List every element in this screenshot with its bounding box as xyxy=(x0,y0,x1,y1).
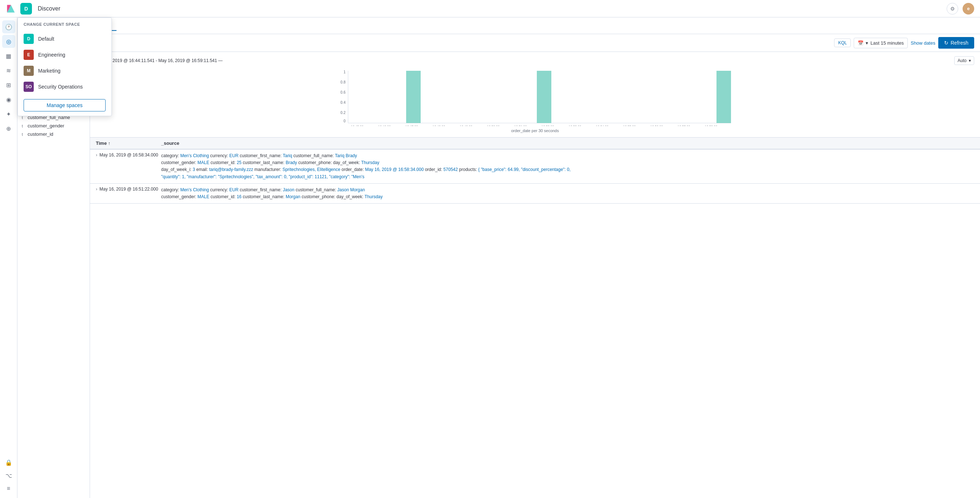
space-item-marketing[interactable]: M Marketing xyxy=(18,63,111,79)
sidebar: 🕐 ◎ ▦ ≋ ⊞ ◉ ✦ ⊕ 🔒 ⌥ ≡ xyxy=(0,18,18,498)
sort-icon: ↑ xyxy=(108,140,111,146)
row-time-1: › May 16, 2019 @ 16:58:34.000 xyxy=(96,153,161,158)
col-source: _source xyxy=(161,140,974,146)
row-source-2: category: Men's Clothing currency: EUR c… xyxy=(161,186,974,200)
sidebar-icon-discover[interactable]: ◎ xyxy=(2,35,15,48)
space-avatar-security: SO xyxy=(24,82,34,92)
chart-time-range: May 16, 2019 @ 16:44:11.541 - May 16, 20… xyxy=(96,58,223,63)
field-name-cg: customer_gender xyxy=(28,123,64,129)
svg-text:16:54:00: 16:54:00 xyxy=(596,125,608,126)
svg-text:16:52:00: 16:52:00 xyxy=(541,125,554,126)
space-item-default[interactable]: D Default xyxy=(18,31,111,47)
avatar[interactable]: e xyxy=(963,3,974,14)
bar-1647 xyxy=(406,71,421,123)
chart-header: May 16, 2019 @ 16:44:11.541 - May 16, 20… xyxy=(96,56,974,65)
results-table: Time ↑ _source › May 16, 2019 @ 16:58:34… xyxy=(90,138,980,498)
body-area: t _id t _index # _score t _type t cate xyxy=(18,52,980,498)
svg-text:16:49:00: 16:49:00 xyxy=(460,125,472,126)
refresh-button[interactable]: ↻ Refresh xyxy=(938,37,974,49)
svg-text:16:50:00: 16:50:00 xyxy=(487,125,500,126)
space-name-security: Security Operations xyxy=(38,84,83,90)
svg-text:16:47:00: 16:47:00 xyxy=(405,125,418,126)
svg-text:1: 1 xyxy=(344,70,345,74)
expand-row-2[interactable]: › xyxy=(96,186,97,192)
svg-text:16:57:00: 16:57:00 xyxy=(677,125,690,126)
space-item-security[interactable]: SO Security Operations xyxy=(18,79,111,95)
svg-text:16:51:00: 16:51:00 xyxy=(514,125,527,126)
sidebar-icon-maps[interactable]: ◉ xyxy=(2,93,15,106)
refresh-label: Refresh xyxy=(951,40,968,46)
kql-button[interactable]: KQL xyxy=(834,38,851,47)
space-dropdown: CHANGE CURRENT SPACE D Default E Enginee… xyxy=(18,18,112,116)
field-type-cg: t xyxy=(22,124,25,128)
table-header: Time ↑ _source xyxy=(90,138,980,150)
row-time-2: › May 16, 2019 @ 16:51:22.000 xyxy=(96,186,161,192)
space-avatar-default: D xyxy=(24,34,34,44)
space-name-default: Default xyxy=(38,36,54,42)
bar-1658 xyxy=(716,71,731,123)
svg-text:16:56:00: 16:56:00 xyxy=(650,125,663,126)
space-badge[interactable]: D xyxy=(20,3,32,14)
svg-text:16:55:00: 16:55:00 xyxy=(623,125,636,126)
chart-x-label: order_date per 30 seconds xyxy=(96,129,974,133)
space-avatar-marketing: M xyxy=(24,66,34,76)
sidebar-icon-integrations[interactable]: ⊕ xyxy=(2,122,15,135)
field-name-ci: customer_id xyxy=(28,131,53,137)
manage-spaces-button[interactable]: Manage spaces xyxy=(24,99,106,111)
main-content: New Open Save Inspect KQL 📅 ▾ Last 15 mi… xyxy=(18,18,980,498)
dropdown-title: CHANGE CURRENT SPACE xyxy=(18,22,111,31)
svg-text:16:48:00: 16:48:00 xyxy=(432,125,445,126)
svg-text:0.6: 0.6 xyxy=(340,91,345,94)
space-item-engineering[interactable]: E Engineering xyxy=(18,47,111,63)
date-picker[interactable]: 📅 ▾ Last 15 minutes xyxy=(854,38,908,48)
bar-1651 xyxy=(537,71,551,123)
chart-wrapper: ‹ 1 0.8 0.6 0.4 0.2 0 xyxy=(96,68,974,127)
chart-container: May 16, 2019 @ 16:44:11.541 - May 16, 20… xyxy=(90,52,980,138)
discover-header: New Open Save Inspect xyxy=(18,18,980,34)
page-title: Discover xyxy=(38,5,60,12)
svg-text:0.2: 0.2 xyxy=(340,111,345,115)
field-type-ci: t xyxy=(22,132,25,137)
svg-text:0: 0 xyxy=(344,119,345,123)
col-time: Time ↑ xyxy=(96,140,161,146)
sidebar-icon-clock[interactable]: 🕐 xyxy=(2,20,15,33)
space-name-marketing: Marketing xyxy=(38,68,60,74)
field-customer-gender[interactable]: t customer_gender xyxy=(18,122,90,130)
sidebar-icon-stack[interactable]: ≡ xyxy=(2,482,15,495)
show-dates-button[interactable]: Show dates xyxy=(911,40,935,46)
sidebar-icon-reports[interactable]: ⊞ xyxy=(2,78,15,91)
date-range-label: Last 15 minutes xyxy=(870,40,904,46)
space-name-engineering: Engineering xyxy=(38,52,65,58)
app-layout: 🕐 ◎ ▦ ≋ ⊞ ◉ ✦ ⊕ 🔒 ⌥ ≡ New Open Save Insp… xyxy=(0,18,980,498)
refresh-icon: ↻ xyxy=(944,40,948,46)
table-row: › May 16, 2019 @ 16:58:34.000 category: … xyxy=(90,150,980,184)
sidebar-icon-ml[interactable]: ✦ xyxy=(2,107,15,121)
fields-panel: t _id t _index # _score t _type t cate xyxy=(18,52,90,498)
chevron-icon: ▾ xyxy=(865,40,868,46)
expand-row-1[interactable]: › xyxy=(96,153,97,158)
chart-auto-select[interactable]: Auto ▾ xyxy=(954,56,974,65)
calendar-icon: 📅 xyxy=(858,40,864,46)
sidebar-icon-visualize[interactable]: ≋ xyxy=(2,64,15,77)
svg-text:16:58:00: 16:58:00 xyxy=(705,125,717,126)
top-nav: D Discover ⚙ e xyxy=(0,0,980,18)
chevron-down-icon: ▾ xyxy=(969,58,971,63)
settings-icon[interactable]: ⚙ xyxy=(947,3,958,14)
sidebar-icon-dev-tools[interactable]: ⌥ xyxy=(2,469,15,482)
table-row: › May 16, 2019 @ 16:51:22.000 category: … xyxy=(90,184,980,204)
svg-text:16:45:00: 16:45:00 xyxy=(351,125,363,126)
field-customer-id[interactable]: t customer_id xyxy=(18,130,90,138)
sidebar-icon-security[interactable]: 🔒 xyxy=(2,456,15,469)
svg-text:16:46:00: 16:46:00 xyxy=(378,125,391,126)
svg-text:0.8: 0.8 xyxy=(340,80,345,84)
sidebar-icon-dashboard[interactable]: ▦ xyxy=(2,49,15,62)
svg-text:16:53:00: 16:53:00 xyxy=(568,125,581,126)
toolbar: KQL 📅 ▾ Last 15 minutes Show dates ↻ Ref… xyxy=(18,34,980,52)
results-area: May 16, 2019 @ 16:44:11.541 - May 16, 20… xyxy=(90,52,980,498)
row-source-1: category: Men's Clothing currency: EUR c… xyxy=(161,153,974,180)
auto-label: Auto xyxy=(958,58,967,63)
svg-text:0.4: 0.4 xyxy=(340,100,345,105)
histogram-chart: 1 0.8 0.6 0.4 0.2 0 xyxy=(96,68,974,126)
kibana-logo xyxy=(6,4,16,14)
space-avatar-engineering: E xyxy=(24,50,34,60)
